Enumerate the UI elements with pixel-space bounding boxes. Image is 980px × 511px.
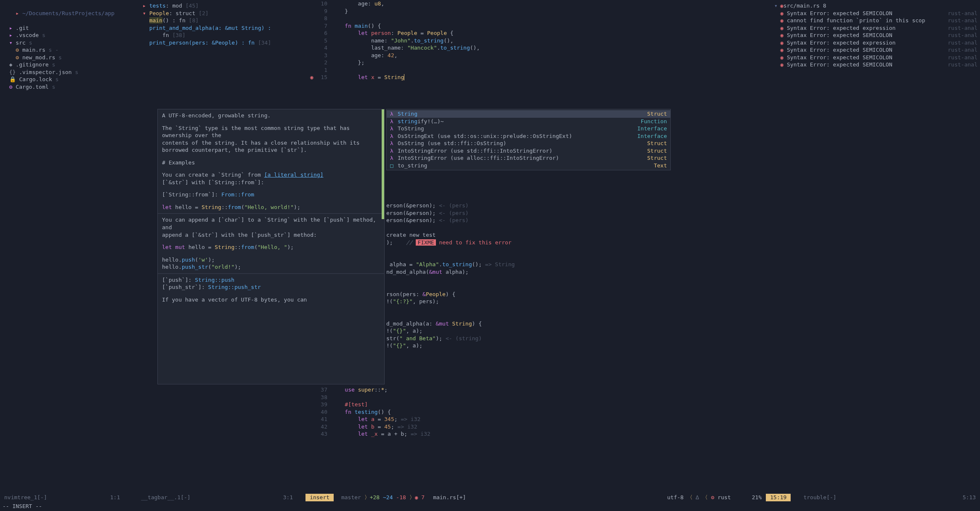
outline-item[interactable]: print_person(pers: &People) : fn [34] [143, 39, 305, 47]
code-line[interactable]: 40 fn testing() { [307, 408, 770, 416]
tree-item[interactable]: 🔒 Cargo.lock s [3, 76, 138, 83]
diagnostic-item[interactable]: ◉Syntax Error: expected expressionrust-a… [774, 24, 977, 32]
diagnostic-item[interactable]: ◉Syntax Error: expected SEMICOLONrust-an… [774, 54, 977, 61]
status-bar: nvimtree_1[-] 1:1 __tagbar__.1[-] 3:1 in… [0, 493, 980, 502]
outline-item[interactable]: ▾ People: struct [2] [143, 10, 305, 17]
code-line[interactable]: 10 age: u8, [307, 0, 770, 8]
tree-path: ▸ ~/Documents/RustProjects/app [3, 2, 138, 24]
completion-item[interactable]: λOsStringExt (use std::os::unix::prelude… [387, 132, 670, 140]
tree-item[interactable]: ⚙ new_mod.rs s [3, 54, 138, 61]
diagnostic-item[interactable]: ◉Syntax Error: expected SEMICOLONrust-an… [774, 61, 977, 69]
diagnostic-item[interactable]: ◉cannot find function `printo` in this s… [774, 17, 977, 24]
code-line[interactable]: 38 [307, 394, 770, 401]
tree-item[interactable]: ▾ src s [3, 39, 138, 47]
doc-text: A UTF-8-encoded, growable string. [162, 112, 380, 119]
diagnostics-header[interactable]: ▾ ◉ src/main.rs 8 [774, 2, 977, 10]
code-line[interactable]: ◉15 let x = String [307, 74, 770, 81]
code-line[interactable]: 8 [307, 15, 770, 22]
completion-popup[interactable]: λStringStructλstringify!(…)~FunctionλToS… [386, 109, 671, 170]
completion-item[interactable]: λStringStruct [387, 110, 670, 118]
completion-item[interactable]: λstringify!(…)~Function [387, 118, 670, 125]
code-line[interactable]: 41 let a = 345; => i32 [307, 416, 770, 423]
code-line[interactable]: 1 [307, 66, 770, 74]
status-mode: insert [305, 494, 334, 501]
tree-item[interactable]: ⚙ Cargo.toml s [3, 83, 138, 91]
code-line[interactable]: 7 fn main() { [307, 22, 770, 30]
status-tree: nvimtree_1[-] [0, 494, 51, 501]
code-line[interactable]: 3 age: 42, [307, 52, 770, 59]
completion-item[interactable]: λOsString (use std::ffi::OsString)Struct [387, 140, 670, 147]
diagnostics-pane[interactable]: ▾ ◉ src/main.rs 8 ◉Syntax Error: expecte… [772, 0, 980, 488]
code-line[interactable]: 9 } [307, 8, 770, 15]
code-line[interactable]: 43 let _x = a + b; => i32 [307, 430, 770, 438]
mode-line: -- INSERT -- [0, 503, 980, 511]
diagnostic-item[interactable]: ◉Syntax Error: expected SEMICOLONrust-an… [774, 46, 977, 54]
file-tree[interactable]: ▸ ~/Documents/RustProjects/app ▸ .git ▸ … [0, 0, 141, 488]
outline-item[interactable]: main() : fn [8] [143, 17, 305, 24]
code-line[interactable]: 42 let b = 45; => i32 [307, 423, 770, 431]
tree-item[interactable]: ⚙ main.rs s - [3, 46, 138, 54]
tree-item[interactable]: ▸ .vscode s [3, 32, 138, 39]
completion-item[interactable]: λIntoStringError (use std::ffi::IntoStri… [387, 147, 670, 155]
documentation-popup[interactable]: A UTF-8-encoded, growable string. The `S… [157, 109, 385, 384]
outline-item[interactable]: print_and_mod_alpha(a: &mut String) : [143, 24, 305, 32]
outline-item[interactable]: fn [38] [143, 32, 305, 39]
diagnostic-item[interactable]: ◉Syntax Error: expected SEMICOLONrust-an… [774, 32, 977, 39]
code-line[interactable]: 4 last_name: "Hancock".to_string(), [307, 44, 770, 52]
code-line[interactable]: 5 name: "John".to_string(), [307, 37, 770, 45]
completion-item[interactable]: □to_stringText [387, 162, 670, 169]
code-line[interactable]: 39 #[test] [307, 401, 770, 408]
tree-item[interactable]: ◆ .gitignore s [3, 61, 138, 69]
status-cursor-pos: 15:19 [766, 494, 791, 501]
diagnostic-item[interactable]: ◉Syntax Error: expected expressionrust-a… [774, 39, 977, 47]
status-filename: main.rs[+] [429, 494, 470, 501]
code-line[interactable]: 37 use super::*; [307, 386, 770, 394]
code-line[interactable]: 6 let person: People = People { [307, 29, 770, 37]
outline-item[interactable]: ▸ tests: mod [45] [143, 2, 305, 10]
diagnostics-count: 8 [823, 2, 826, 10]
tree-item[interactable]: {} .vimspector.json s [3, 69, 138, 76]
completion-item[interactable]: λToStringInterface [387, 125, 670, 132]
code-partial: erson(&person); <- (pers)erson(&person);… [386, 202, 681, 349]
status-tagbar: __tagbar__.1[-] [137, 494, 194, 501]
tree-item[interactable]: ▸ .git [3, 24, 138, 32]
diagnostic-item[interactable]: ◉Syntax Error: expected SEMICOLONrust-an… [774, 10, 977, 17]
code-line[interactable]: 2 }; [307, 59, 770, 66]
doc-scrollbar[interactable] [382, 109, 384, 219]
completion-item[interactable]: λIntoStringError (use alloc::ffi::IntoSt… [387, 154, 670, 162]
